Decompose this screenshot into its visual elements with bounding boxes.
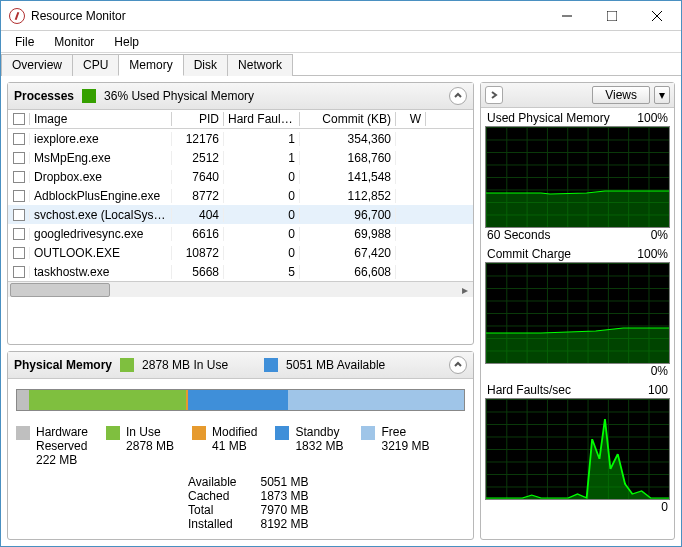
row-checkbox[interactable] — [13, 209, 25, 221]
table-header: Image PID Hard Faults... Commit (KB) W — [8, 110, 473, 129]
col-pid[interactable]: PID — [172, 112, 224, 126]
chart-title: Commit Charge — [487, 247, 571, 261]
tab-disk[interactable]: Disk — [183, 54, 228, 76]
collapse-icon[interactable] — [449, 87, 467, 105]
row-checkbox[interactable] — [13, 133, 25, 145]
usage-swatch — [82, 89, 96, 103]
cell-commit: 168,760 — [300, 151, 396, 165]
stat-available-label: Available — [188, 475, 236, 489]
titlebar: Resource Monitor — [1, 1, 681, 31]
cell-image: googledrivesync.exe — [30, 227, 172, 241]
collapse-icon[interactable] — [449, 356, 467, 374]
scrollbar-thumb[interactable] — [10, 283, 110, 297]
chart-used-memory: Used Physical Memory100% 60 Seconds0% — [481, 108, 674, 244]
stat-cached-label: Cached — [188, 489, 236, 503]
close-button[interactable] — [634, 1, 679, 30]
tabs: Overview CPU Memory Disk Network — [1, 53, 681, 76]
table-row[interactable]: googledrivesync.exe 6616 0 69,988 — [8, 224, 473, 243]
menu-help[interactable]: Help — [106, 33, 147, 51]
cell-image: iexplore.exe — [30, 132, 172, 146]
cell-hard-faults: 0 — [224, 246, 300, 260]
available-header-text: 5051 MB Available — [286, 358, 385, 372]
tab-overview[interactable]: Overview — [1, 54, 73, 76]
chart-title: Hard Faults/sec — [487, 383, 571, 397]
views-dropdown-icon[interactable]: ▾ — [654, 86, 670, 104]
table-row[interactable]: taskhostw.exe 5668 5 66,608 — [8, 262, 473, 281]
cell-hard-faults: 1 — [224, 151, 300, 165]
col-image[interactable]: Image — [30, 112, 172, 126]
stat-available-value: 5051 MB — [260, 475, 308, 489]
table-row[interactable]: svchost.exe (LocalSystemNet... 404 0 96,… — [8, 205, 473, 224]
tab-network[interactable]: Network — [227, 54, 293, 76]
horizontal-scrollbar[interactable]: ▸ — [8, 281, 473, 297]
chart-xright: 0% — [651, 364, 668, 378]
col-w[interactable]: W — [396, 112, 426, 126]
row-checkbox[interactable] — [13, 152, 25, 164]
table-row[interactable]: Dropbox.exe 7640 0 141,548 — [8, 167, 473, 186]
usage-text: 36% Used Physical Memory — [104, 89, 254, 103]
expand-left-icon[interactable] — [485, 86, 503, 104]
row-checkbox[interactable] — [13, 266, 25, 278]
stat-installed-label: Installed — [188, 517, 236, 531]
inuse-swatch — [106, 426, 120, 440]
chart-max: 100% — [637, 247, 668, 261]
memory-legend: Hardware Reserved222 MB In Use2878 MB Mo… — [8, 421, 473, 473]
tab-cpu[interactable]: CPU — [72, 54, 119, 76]
col-commit[interactable]: Commit (KB) — [300, 112, 396, 126]
inuse-label: In Use2878 MB — [126, 425, 174, 453]
inuse-header-text: 2878 MB In Use — [142, 358, 228, 372]
scroll-right-icon[interactable]: ▸ — [457, 283, 473, 297]
views-button[interactable]: Views — [592, 86, 650, 104]
row-checkbox[interactable] — [13, 228, 25, 240]
stat-total-value: 7970 MB — [260, 503, 308, 517]
cell-pid: 404 — [172, 208, 224, 222]
cell-hard-faults: 5 — [224, 265, 300, 279]
cell-commit: 69,988 — [300, 227, 396, 241]
table-row[interactable]: MsMpEng.exe 2512 1 168,760 — [8, 148, 473, 167]
processes-header[interactable]: Processes 36% Used Physical Memory — [8, 83, 473, 110]
standby-swatch — [275, 426, 289, 440]
menu-monitor[interactable]: Monitor — [46, 33, 102, 51]
table-row[interactable]: AdblockPlusEngine.exe 8772 0 112,852 — [8, 186, 473, 205]
cell-pid: 6616 — [172, 227, 224, 241]
select-all-checkbox[interactable] — [13, 113, 25, 125]
cell-hard-faults: 0 — [224, 189, 300, 203]
cell-commit: 66,608 — [300, 265, 396, 279]
minimize-button[interactable] — [544, 1, 589, 30]
cell-commit: 67,420 — [300, 246, 396, 260]
chart-commit-charge: Commit Charge100% 0% — [481, 244, 674, 380]
physical-memory-header[interactable]: Physical Memory 2878 MB In Use 5051 MB A… — [8, 352, 473, 379]
chart-xleft: 60 Seconds — [487, 228, 550, 242]
inuse-swatch-icon — [120, 358, 134, 372]
cell-commit: 96,700 — [300, 208, 396, 222]
cell-hard-faults: 1 — [224, 132, 300, 146]
processes-panel: Processes 36% Used Physical Memory Image… — [7, 82, 474, 345]
cell-image: MsMpEng.exe — [30, 151, 172, 165]
table-row[interactable]: OUTLOOK.EXE 10872 0 67,420 — [8, 243, 473, 262]
cell-commit: 112,852 — [300, 189, 396, 203]
standby-label: Standby1832 MB — [295, 425, 343, 453]
charts-header: Views ▾ — [481, 83, 674, 108]
chart-xright: 0% — [651, 228, 668, 242]
app-icon — [9, 8, 25, 24]
col-hard-faults[interactable]: Hard Faults... — [224, 112, 300, 126]
modified-label: Modified41 MB — [212, 425, 257, 453]
cell-pid: 8772 — [172, 189, 224, 203]
memory-stats: Available Cached Total Installed 5051 MB… — [8, 473, 473, 539]
tab-memory[interactable]: Memory — [118, 54, 183, 76]
row-checkbox[interactable] — [13, 190, 25, 202]
menubar: File Monitor Help — [1, 31, 681, 53]
hw-swatch — [16, 426, 30, 440]
menu-file[interactable]: File — [7, 33, 42, 51]
row-checkbox[interactable] — [13, 247, 25, 259]
row-checkbox[interactable] — [13, 171, 25, 183]
hw-label: Hardware Reserved222 MB — [36, 425, 88, 467]
table-row[interactable]: iexplore.exe 12176 1 354,360 — [8, 129, 473, 148]
physical-memory-title: Physical Memory — [14, 358, 112, 372]
chart-hard-faults: Hard Faults/sec100 0 — [481, 380, 674, 516]
stat-total-label: Total — [188, 503, 236, 517]
window-title: Resource Monitor — [31, 9, 544, 23]
cell-commit: 141,548 — [300, 170, 396, 184]
chart-max: 100 — [648, 383, 668, 397]
maximize-button[interactable] — [589, 1, 634, 30]
